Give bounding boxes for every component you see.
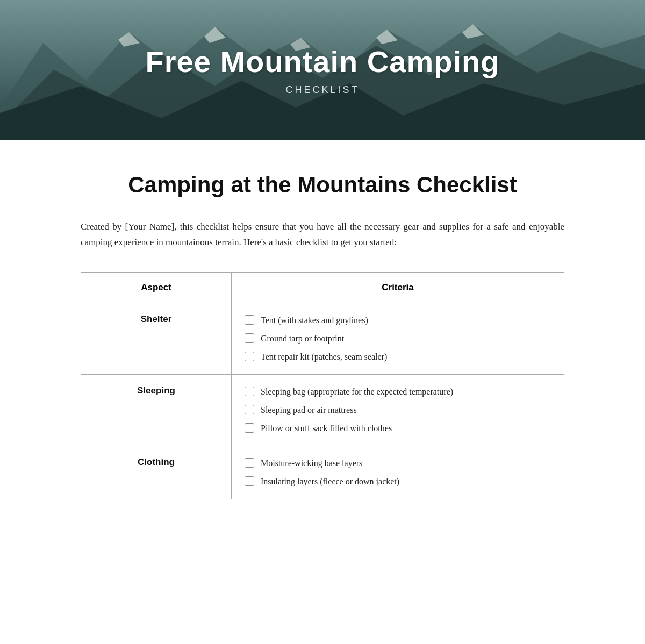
aspect-cell-0: Shelter xyxy=(81,303,232,374)
checkbox[interactable] xyxy=(245,333,254,343)
checkbox[interactable] xyxy=(245,476,254,486)
hero-title: Free Mountain Camping xyxy=(146,44,500,79)
item-text: Tent (with stakes and guylines) xyxy=(261,314,551,327)
item-text: Moisture-wicking base layers xyxy=(261,457,551,470)
item-text: Sleeping bag (appropriate for the expect… xyxy=(261,385,551,398)
checklist-item: Moisture-wicking base layers xyxy=(245,457,551,470)
table-row: ShelterTent (with stakes and guylines)Gr… xyxy=(81,303,564,374)
aspect-cell-2: Clothing xyxy=(81,446,232,499)
table-header-row: Aspect Criteria xyxy=(81,272,564,303)
table-row: ClothingMoisture-wicking base layersInsu… xyxy=(81,446,564,499)
item-text: Tent repair kit (patches, seam sealer) xyxy=(261,350,551,363)
checkbox[interactable] xyxy=(245,352,254,361)
criteria-cell-1: Sleeping bag (appropriate for the expect… xyxy=(232,374,564,446)
item-text: Sleeping pad or air mattress xyxy=(261,404,551,417)
checklist-item: Ground tarp or footprint xyxy=(245,332,551,345)
hero-subtitle: CHECKLIST xyxy=(146,84,500,96)
checklist-item: Sleeping pad or air mattress xyxy=(245,404,551,417)
checklist-item: Insulating layers (fleece or down jacket… xyxy=(245,475,551,488)
checklist-item: Pillow or stuff sack filled with clothes xyxy=(245,422,551,435)
checkbox[interactable] xyxy=(245,423,254,433)
item-text: Insulating layers (fleece or down jacket… xyxy=(261,475,551,488)
checklist-item: Sleeping bag (appropriate for the expect… xyxy=(245,385,551,398)
checklist-table: Aspect Criteria ShelterTent (with stakes… xyxy=(81,272,564,499)
table-row: SleepingSleeping bag (appropriate for th… xyxy=(81,374,564,446)
checkbox[interactable] xyxy=(245,458,254,468)
page-title: Camping at the Mountains Checklist xyxy=(81,172,564,198)
hero-section: Free Mountain Camping CHECKLIST xyxy=(0,0,645,140)
main-content: Camping at the Mountains Checklist Creat… xyxy=(59,140,586,532)
intro-paragraph: Created by [Your Name], this checklist h… xyxy=(81,219,564,251)
col-header-aspect: Aspect xyxy=(81,272,232,303)
col-header-criteria: Criteria xyxy=(232,272,564,303)
checklist-item: Tent (with stakes and guylines) xyxy=(245,314,551,327)
criteria-cell-0: Tent (with stakes and guylines)Ground ta… xyxy=(232,303,564,374)
criteria-cell-2: Moisture-wicking base layersInsulating l… xyxy=(232,446,564,499)
aspect-cell-1: Sleeping xyxy=(81,374,232,446)
hero-content: Free Mountain Camping CHECKLIST xyxy=(146,44,500,96)
checkbox[interactable] xyxy=(245,405,254,414)
checkbox[interactable] xyxy=(245,315,254,325)
item-text: Pillow or stuff sack filled with clothes xyxy=(261,422,551,435)
checklist-item: Tent repair kit (patches, seam sealer) xyxy=(245,350,551,363)
checkbox[interactable] xyxy=(245,387,254,396)
item-text: Ground tarp or footprint xyxy=(261,332,551,345)
